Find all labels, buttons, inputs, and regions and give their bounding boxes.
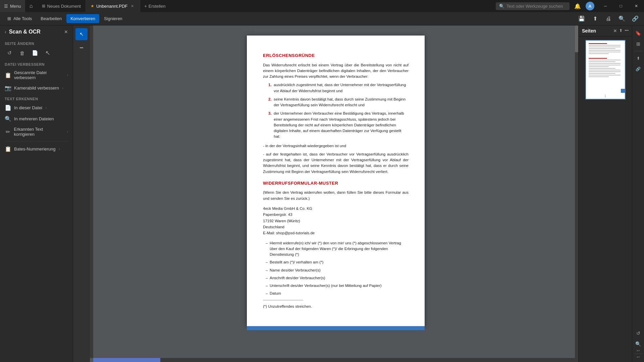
thumb-line-13 bbox=[589, 70, 621, 70]
thumb-line-accent bbox=[589, 43, 607, 44]
pages-export-button[interactable]: ⬆ bbox=[619, 28, 623, 34]
pdf-page: ERLÖSCHENSGRÜNDE Das Widerrufsrecht erli… bbox=[247, 36, 425, 326]
address-email: E-Mail: shop@psd-tutorials.de bbox=[263, 230, 409, 236]
avatar[interactable]: A bbox=[586, 2, 594, 10]
sidebar-close-button[interactable]: ✕ bbox=[64, 29, 68, 35]
menu-button[interactable]: ☰ Menu bbox=[0, 0, 25, 12]
grid-icon: ⊞ bbox=[7, 16, 11, 21]
minimize-button[interactable]: ─ bbox=[598, 0, 613, 12]
search-box[interactable]: 🔍 Text oder Werkzeuge suchen bbox=[496, 2, 570, 10]
rstrip-link-button[interactable]: 🔗 bbox=[633, 64, 643, 74]
sidebar-divider bbox=[5, 141, 68, 141]
pages-panel: Seiten ✕ ⬆ ••• bbox=[578, 25, 632, 362]
sidebar-item-in-mehreren[interactable]: 🔍 In mehreren Dateien bbox=[0, 113, 73, 124]
tab-neues-dokument[interactable]: ⊞ Neues Dokument bbox=[37, 0, 86, 12]
page-thumbnail-1[interactable]: 1 bbox=[585, 40, 626, 100]
rstrip-share-button[interactable]: ⬆ bbox=[633, 53, 643, 63]
thumb-line-7 bbox=[589, 60, 621, 60]
create-button[interactable]: + Erstellen bbox=[140, 0, 169, 12]
list-item-1: 1. ausdrücklich zugestimmt hat, dass der… bbox=[268, 82, 409, 94]
print-icon[interactable]: 🖨 bbox=[603, 13, 614, 24]
rstrip-grid-button[interactable]: ⊞ bbox=[633, 39, 643, 49]
home-button[interactable]: ⌂ bbox=[25, 0, 37, 12]
undo-button[interactable]: ↺ bbox=[5, 48, 14, 58]
thumb-line-14 bbox=[589, 71, 621, 72]
notifications-icon[interactable]: 🔔 bbox=[572, 1, 583, 11]
zoom-icon[interactable]: 🔍 bbox=[616, 13, 627, 24]
pages-panel-header: Seiten ✕ ⬆ ••• bbox=[579, 25, 632, 37]
camera-icon: 📷 bbox=[5, 85, 11, 91]
scrollbar-thumb[interactable] bbox=[575, 25, 578, 52]
more-icon: ••• bbox=[80, 46, 84, 50]
page-thumb-content bbox=[586, 41, 625, 93]
pdf-heading-1: ERLÖSCHENSGRÜNDE bbox=[263, 52, 409, 59]
save-cloud-icon[interactable]: 💾 bbox=[576, 13, 587, 24]
thumb-line-16 bbox=[589, 75, 621, 75]
list-item-2: 2. seine Kenntnis davon bestätigt hat, d… bbox=[268, 97, 409, 108]
pdf-scroll-area[interactable]: ERLÖSCHENSGRÜNDE Das Widerrufsrecht erli… bbox=[90, 25, 578, 362]
trash-button[interactable]: 🗑 bbox=[17, 48, 27, 58]
more-tools-button[interactable]: ••• bbox=[75, 42, 88, 54]
rstrip-bookmark-button[interactable]: 🔖 bbox=[633, 28, 643, 38]
menu-alle-tools[interactable]: ⊞ Alle Tools bbox=[3, 14, 36, 23]
rstrip-divider-2 bbox=[634, 354, 642, 354]
rstrip-zoom-button[interactable]: 🔍 bbox=[633, 339, 643, 349]
arrow-indicator-5: › bbox=[59, 147, 60, 151]
search-icon: 🔍 bbox=[499, 4, 504, 9]
pages-close-button[interactable]: ✕ bbox=[613, 28, 617, 34]
title-bar: ☰ Menu ⌂ ⊞ Neues Dokument ★ Unbenannt.PD… bbox=[0, 0, 644, 12]
pdf-bottom-bar bbox=[247, 326, 425, 330]
menu-bar-right: 💾 ⬆ 🖨 🔍 🔗 bbox=[576, 13, 641, 24]
sidebar-item-kamerabild-label: Kamerabild verbessern bbox=[14, 85, 59, 90]
section-label-datei-verbessern: DATEI VERBESSERN bbox=[0, 59, 73, 68]
bullet-item-4: Unterschrift des/der Verbraucher(s) (nur… bbox=[270, 283, 409, 289]
tab-unbenannt-pdf[interactable]: ★ Unbenannt.PDF ✕ bbox=[86, 0, 140, 12]
right-icon-strip: 🔖 ⊞ ⬆ 🔗 ↺ 🔍 1 1 bbox=[632, 25, 644, 362]
sidebar-item-erkannten[interactable]: ✏ Erkannten Text korrigieren › bbox=[0, 124, 73, 139]
plus-icon: + bbox=[144, 4, 147, 9]
pages-more-button[interactable]: ••• bbox=[625, 28, 629, 34]
maximize-button[interactable]: □ bbox=[613, 0, 629, 12]
select-tool-button[interactable]: ↖ bbox=[75, 28, 88, 40]
sidebar-item-gescannte-label: Gescannte Datei verbessern bbox=[14, 70, 64, 80]
tab-close-button[interactable]: ✕ bbox=[129, 3, 135, 9]
upload-icon[interactable]: ⬆ bbox=[590, 13, 600, 24]
left-sidebar: ‹ Scan & OCR ✕ SEITE ÄNDERN ↺ 🗑 📄 ↖ DATE… bbox=[0, 25, 73, 362]
menu-label: Menu bbox=[10, 4, 21, 9]
cursor-button[interactable]: ↖ bbox=[43, 48, 52, 58]
menu-bearbeiten[interactable]: Bearbeiten bbox=[37, 14, 66, 23]
sidebar-item-in-dieser[interactable]: 📄 In dieser Datei › bbox=[0, 102, 73, 113]
menu-icon: ☰ bbox=[4, 4, 8, 9]
thumb-line-10 bbox=[589, 65, 621, 65]
menu-konvertieren[interactable]: Konvertieren bbox=[66, 14, 99, 23]
tab-label: Neues Dokument bbox=[47, 4, 81, 9]
pdf-list: 1. ausdrücklich zugestimmt hat, dass der… bbox=[263, 82, 409, 139]
search-placeholder: Text oder Werkzeuge suchen bbox=[506, 4, 563, 9]
close-button[interactable]: ✕ bbox=[629, 0, 644, 12]
thumb-corner bbox=[621, 89, 625, 93]
link-icon[interactable]: 🔗 bbox=[630, 13, 641, 24]
thumb-line-2 bbox=[589, 47, 621, 47]
arrow-indicator-2: › bbox=[62, 86, 63, 90]
sidebar-item-kamerabild[interactable]: 📷 Kamerabild verbessern › bbox=[0, 82, 73, 94]
sidebar-item-gescannte[interactable]: 📋 Gescannte Datei verbessern › bbox=[0, 68, 73, 82]
tab-label: Unbenannt.PDF bbox=[96, 4, 127, 9]
thumb-line-6 bbox=[589, 53, 609, 54]
menu-signieren[interactable]: Signieren bbox=[100, 14, 126, 23]
sidebar-item-bates[interactable]: 📋 Bates-Nummerierung › bbox=[0, 143, 73, 155]
pdf-bullet-list: Hiermit widerrufe(n) ich/ wir (*) den vo… bbox=[263, 240, 409, 297]
new-page-button[interactable]: 📄 bbox=[30, 48, 40, 58]
toolbar-strip: ↖ ••• bbox=[73, 25, 90, 362]
bates-icon: 📋 bbox=[5, 146, 11, 152]
thumb-line-4 bbox=[589, 50, 621, 51]
thumb-line-accent2 bbox=[589, 58, 607, 59]
scrollbar-right[interactable] bbox=[575, 25, 578, 362]
thumb-line-3 bbox=[589, 48, 615, 49]
scrollbar-bottom[interactable] bbox=[93, 358, 575, 362]
rstrip-refresh-button[interactable]: ↺ bbox=[633, 328, 643, 338]
bullet-item-0: Hiermit widerrufe(n) ich/ wir (*) den vo… bbox=[270, 240, 409, 258]
scrollbar-bottom-thumb[interactable] bbox=[93, 358, 160, 362]
scrollbar-left[interactable] bbox=[90, 25, 93, 358]
thumb-line-11 bbox=[589, 66, 609, 67]
tab-bar: ⊞ Neues Dokument ★ Unbenannt.PDF ✕ + Ers… bbox=[37, 0, 496, 12]
